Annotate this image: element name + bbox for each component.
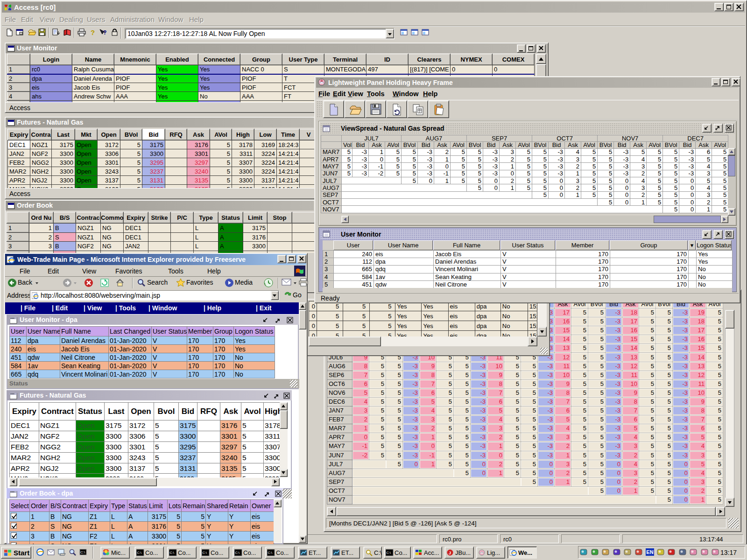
svg-text:C:\: C:\	[268, 551, 273, 555]
svg-text:C:\: C:\	[235, 551, 240, 555]
svg-text:C:\: C:\	[387, 551, 392, 555]
svg-text:?: ?	[91, 28, 95, 36]
svg-text:C:\: C:\	[203, 551, 208, 555]
svg-text:J: J	[449, 551, 451, 555]
svg-text:C:\: C:\	[80, 550, 85, 554]
svg-text:?: ?	[103, 29, 106, 36]
svg-text:C:\: C:\	[170, 551, 175, 555]
svg-text:C:\: C:\	[137, 551, 142, 555]
